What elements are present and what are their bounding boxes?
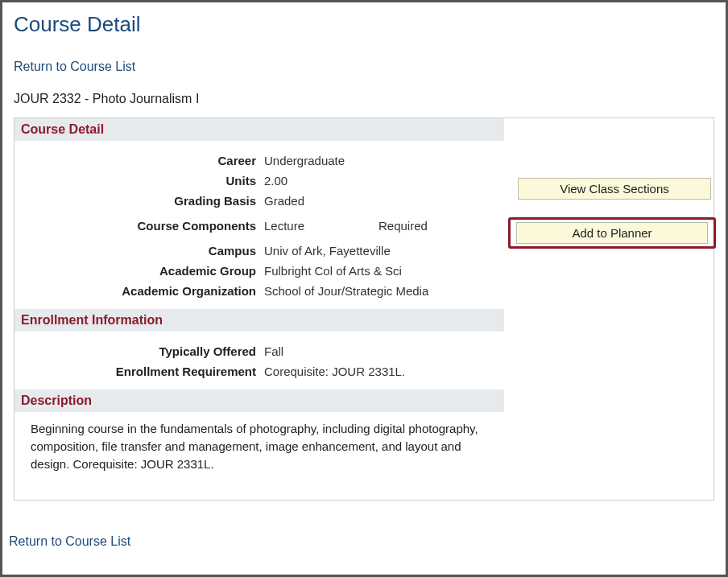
group-value: Fulbright Col of Arts & Sci [264, 264, 504, 278]
components-type: Lecture [264, 219, 378, 233]
grading-value: Graded [264, 194, 504, 208]
req-label: Enrollment Requirement [14, 365, 264, 378]
group-label: Academic Group [14, 264, 264, 278]
career-label: Career [14, 154, 264, 167]
components-label: Course Components [14, 219, 264, 233]
units-value: 2.00 [264, 174, 504, 188]
return-to-list-link-top[interactable]: Return to Course List [14, 60, 135, 74]
units-label: Units [14, 174, 264, 188]
highlight-box: Add to Planner [508, 217, 716, 249]
components-required: Required [378, 219, 428, 233]
grading-label: Grading Basis [14, 194, 264, 208]
offered-label: Typically Offered [14, 344, 264, 358]
action-buttons: View Class Sections Add to Planner [518, 178, 711, 249]
view-class-sections-button[interactable]: View Class Sections [518, 178, 711, 200]
course-detail-box: Course Detail Career Undergraduate Units… [14, 117, 714, 501]
course-detail-table: Career Undergraduate Units 2.00 Grading … [14, 141, 504, 309]
enrollment-section-header: Enrollment Information [14, 309, 504, 332]
org-value: School of Jour/Strategic Media [264, 284, 504, 298]
page-title: Course Detail [14, 12, 714, 37]
enrollment-table: Typically Offered Fall Enrollment Requir… [14, 332, 504, 389]
description-text: Beginning course in the fundamentals of … [14, 412, 504, 476]
campus-value: Univ of Ark, Fayetteville [264, 244, 504, 258]
req-value: Corequisite: JOUR 2331L. [264, 365, 504, 378]
course-detail-section-header: Course Detail [14, 118, 504, 141]
components-value: Lecture Required [264, 219, 504, 233]
career-value: Undergraduate [264, 154, 504, 167]
course-code: JOUR 2332 - Photo Journalism I [14, 92, 714, 106]
return-to-list-link-bottom[interactable]: Return to Course List [9, 534, 130, 549]
add-to-planner-button[interactable]: Add to Planner [516, 222, 708, 244]
campus-label: Campus [14, 244, 264, 258]
org-label: Academic Organization [14, 284, 264, 298]
description-section-header: Description [14, 389, 504, 412]
offered-value: Fall [264, 344, 504, 358]
